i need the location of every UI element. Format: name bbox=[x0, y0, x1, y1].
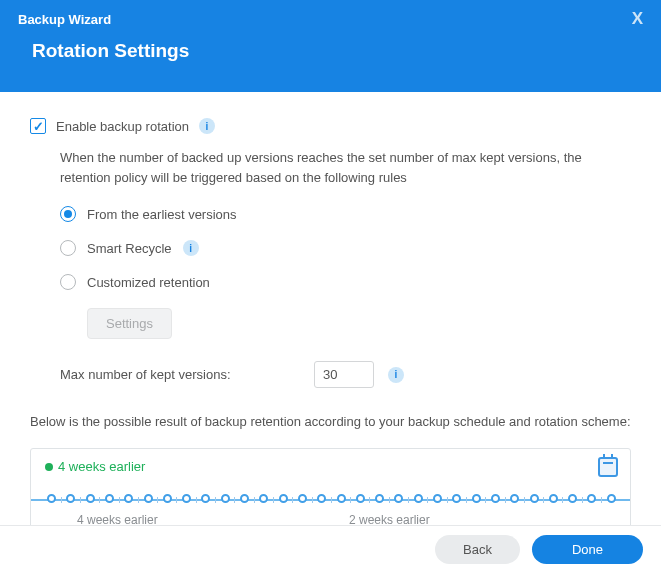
timeline-point bbox=[375, 494, 384, 503]
timeline-point bbox=[491, 494, 500, 503]
max-versions-input[interactable] bbox=[314, 361, 374, 388]
settings-button: Settings bbox=[87, 308, 172, 339]
timeline-point bbox=[452, 494, 461, 503]
timeline-point bbox=[530, 494, 539, 503]
info-icon[interactable]: i bbox=[199, 118, 215, 134]
timeline-point bbox=[124, 494, 133, 503]
timeline-point bbox=[298, 494, 307, 503]
enable-rotation-checkbox[interactable]: ✓ bbox=[30, 118, 46, 134]
close-icon[interactable]: X bbox=[632, 9, 643, 29]
radio-custom-label: Customized retention bbox=[87, 275, 210, 290]
timeline-point bbox=[144, 494, 153, 503]
timeline-point bbox=[279, 494, 288, 503]
radio-earliest-label: From the earliest versions bbox=[87, 207, 237, 222]
timeline-point bbox=[66, 494, 75, 503]
radio-smart[interactable] bbox=[60, 240, 76, 256]
below-description: Below is the possible result of backup r… bbox=[30, 412, 631, 432]
timeline-point bbox=[472, 494, 481, 503]
page-title: Rotation Settings bbox=[18, 38, 643, 62]
timeline-point bbox=[549, 494, 558, 503]
radio-earliest[interactable] bbox=[60, 206, 76, 222]
timeline-point bbox=[337, 494, 346, 503]
info-icon[interactable]: i bbox=[388, 367, 404, 383]
rotation-description: When the number of backed up versions re… bbox=[60, 148, 631, 188]
info-icon[interactable]: i bbox=[183, 240, 199, 256]
timeline-point bbox=[394, 494, 403, 503]
timeline-point bbox=[163, 494, 172, 503]
timeline-point bbox=[568, 494, 577, 503]
max-versions-label: Max number of kept versions: bbox=[60, 367, 300, 382]
timeline-point bbox=[201, 494, 210, 503]
timeline-point bbox=[510, 494, 519, 503]
calendar-icon[interactable] bbox=[598, 457, 618, 477]
timeline-point bbox=[607, 494, 616, 503]
radio-smart-label: Smart Recycle bbox=[87, 241, 172, 256]
enable-rotation-label: Enable backup rotation bbox=[56, 119, 189, 134]
done-button[interactable]: Done bbox=[532, 535, 643, 564]
timeline-point bbox=[414, 494, 423, 503]
back-button[interactable]: Back bbox=[435, 535, 520, 564]
green-dot-icon bbox=[45, 463, 53, 471]
timeline-point bbox=[356, 494, 365, 503]
timeline-point bbox=[105, 494, 114, 503]
radio-custom[interactable] bbox=[60, 274, 76, 290]
timeline-point bbox=[182, 494, 191, 503]
timeline-point bbox=[259, 494, 268, 503]
timeline-point bbox=[240, 494, 249, 503]
app-title: Backup Wizard bbox=[18, 12, 111, 27]
timeline-point bbox=[221, 494, 230, 503]
timeline-point bbox=[86, 494, 95, 503]
timeline-point bbox=[587, 494, 596, 503]
timeline-current-label: 4 weeks earlier bbox=[58, 459, 145, 474]
timeline-point bbox=[433, 494, 442, 503]
timeline-preview: 4 weeks earlier 4 weeks earlier 2 weeks … bbox=[30, 448, 631, 532]
timeline-point bbox=[317, 494, 326, 503]
timeline-point bbox=[47, 494, 56, 503]
